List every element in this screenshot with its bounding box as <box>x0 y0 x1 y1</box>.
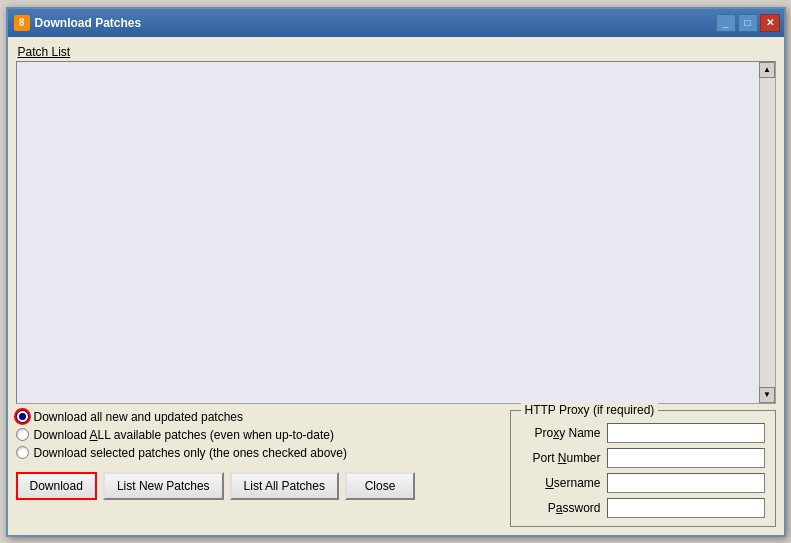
password-row: Password <box>521 498 765 518</box>
username-row: Username <box>521 473 765 493</box>
bottom-section: Download all new and updated patches Dow… <box>16 410 776 527</box>
proxy-name-input[interactable] <box>607 423 765 443</box>
minimize-button[interactable]: _ <box>716 14 736 32</box>
port-number-row: Port Number <box>521 448 765 468</box>
username-input[interactable] <box>607 473 765 493</box>
port-number-label: Port Number <box>521 451 601 465</box>
password-input[interactable] <box>607 498 765 518</box>
proxy-section: HTTP Proxy (if required) Proxy Name Port… <box>510 410 776 527</box>
patch-list-section: Patch List ▲ ▼ <box>16 45 776 404</box>
radio-label-0: Download all new and updated patches <box>34 410 243 424</box>
patch-rest: atch List <box>26 45 71 59</box>
radio-group: Download all new and updated patches Dow… <box>16 410 500 460</box>
proxy-fields: Proxy Name Port Number Username Password <box>521 423 765 518</box>
patch-underline: P <box>18 45 26 59</box>
proxy-name-row: Proxy Name <box>521 423 765 443</box>
list-all-patches-button[interactable]: List All Patches <box>230 472 339 500</box>
radio-dot-0 <box>19 413 26 420</box>
proxy-name-label: Proxy Name <box>521 426 601 440</box>
scroll-track[interactable] <box>760 78 775 387</box>
download-button[interactable]: Download <box>16 472 97 500</box>
radio-item-0[interactable]: Download all new and updated patches <box>16 410 500 424</box>
window-title: Download Patches <box>35 16 142 30</box>
vertical-scrollbar[interactable]: ▲ ▼ <box>759 62 775 403</box>
scroll-up-button[interactable]: ▲ <box>759 62 775 78</box>
scroll-down-button[interactable]: ▼ <box>759 387 775 403</box>
title-bar-left: 8 Download Patches <box>14 15 142 31</box>
radio-label-2: Download selected patches only (the ones… <box>34 446 348 460</box>
radio-label-1: Download ALL available patches (even whe… <box>34 428 334 442</box>
maximize-button[interactable]: □ <box>738 14 758 32</box>
close-button[interactable]: Close <box>345 472 415 500</box>
port-number-input[interactable] <box>607 448 765 468</box>
buttons-row: Download List New Patches List All Patch… <box>16 472 500 500</box>
content-area: Patch List ▲ ▼ Download a <box>8 37 784 535</box>
close-window-button[interactable]: ✕ <box>760 14 780 32</box>
patch-list-box[interactable]: ▲ ▼ <box>16 61 776 404</box>
proxy-legend: HTTP Proxy (if required) <box>521 403 659 417</box>
radio-item-1[interactable]: Download ALL available patches (even whe… <box>16 428 500 442</box>
window-controls: _ □ ✕ <box>716 14 780 32</box>
radio-item-2[interactable]: Download selected patches only (the ones… <box>16 446 500 460</box>
main-window: 8 Download Patches _ □ ✕ Patch List ▲ ▼ <box>6 7 786 537</box>
radio-button-1[interactable] <box>16 428 29 441</box>
radio-button-0[interactable] <box>16 410 29 423</box>
app-icon: 8 <box>14 15 30 31</box>
username-label: Username <box>521 476 601 490</box>
list-new-patches-button[interactable]: List New Patches <box>103 472 224 500</box>
left-bottom: Download all new and updated patches Dow… <box>16 410 500 527</box>
radio-button-2[interactable] <box>16 446 29 459</box>
title-bar: 8 Download Patches _ □ ✕ <box>8 9 784 37</box>
password-label: Password <box>521 501 601 515</box>
patch-list-label: Patch List <box>16 45 776 59</box>
